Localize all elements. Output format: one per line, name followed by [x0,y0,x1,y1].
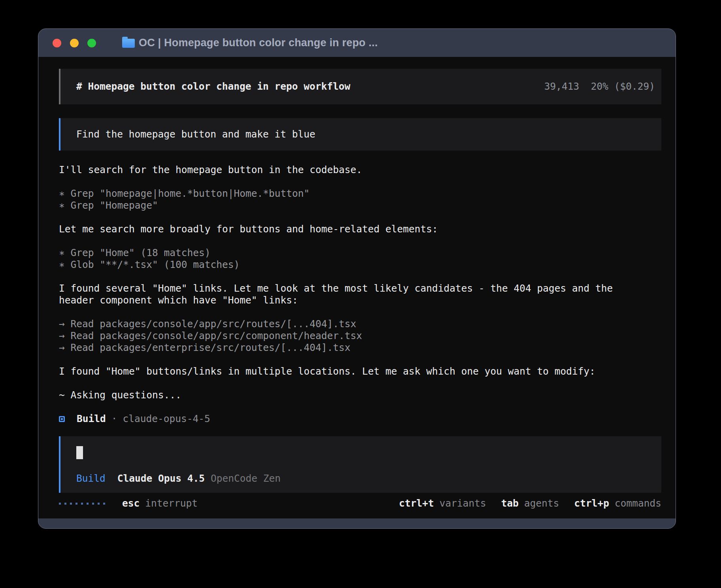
user-message: Find the homepage button and make it blu… [59,118,661,151]
assistant-paragraph: ∗ Grep "Home" (18 matches)∗ Glob "**/*.t… [59,247,661,271]
transcript-line: → Read packages/console/app/src/componen… [59,330,661,342]
input-agent-mode: Build [76,473,106,484]
transcript-line: header component which have "Home" links… [59,294,661,306]
minimize-button[interactable] [70,39,79,47]
agent-model: claude-opus-4-5 [123,413,210,425]
input-provider-name: OpenCode Zen [211,473,281,484]
shortcut-label-interrupt: interrupt [145,498,198,509]
assistant-paragraph: I found several "Home" links. Let me loo… [59,283,661,306]
zoom-button[interactable] [87,39,96,47]
agent-separator: · [111,413,117,425]
folder-icon [122,39,135,48]
assistant-paragraph: I'll search for the homepage button in t… [59,164,661,176]
spinner-dot [81,503,83,505]
spinner-dot [59,503,61,505]
session-title: # Homepage button color change in repo w… [76,81,350,92]
spinner-dot [98,503,100,505]
assistant-paragraph: Let me search more broadly for buttons a… [59,223,661,235]
session-stats: 39,413 20% ($0.29) [544,81,655,92]
assistant-paragraph: ∗ Grep "homepage|home.*button|Home.*butt… [59,188,661,211]
spinner-dot [92,503,94,505]
transcript-line: ∗ Grep "homepage|home.*button|Home.*butt… [59,188,661,200]
text-cursor [76,446,83,459]
transcript-line: I found several "Home" links. Let me loo… [59,283,661,294]
agent-status-line: Build · claude-opus-4-5 [59,413,661,425]
shortcut-label: agents [524,498,559,509]
shortcut-hints: ctrl+tvariantstabagentsctrl+pcommands [399,498,661,509]
shortcut-hint: ctrl+tvariants [399,498,486,509]
spinner-dot [75,503,77,505]
spinner-dot [64,503,66,505]
assistant-paragraph: → Read packages/console/app/src/routes/[… [59,318,661,354]
spinner-dots-icon [59,503,109,505]
status-bar-left: esc interrupt [59,498,198,509]
transcript-line: I found "Home" buttons/links in multiple… [59,366,661,377]
status-bar: esc interrupt ctrl+tvariantstabagentsctr… [59,498,661,509]
close-button[interactable] [53,39,61,47]
transcript-line: → Read packages/console/app/src/routes/[… [59,318,661,330]
window-titlebar[interactable]: OC | Homepage button color change in rep… [38,29,676,57]
spinner-dot [87,503,89,505]
shortcut-label: commands [615,498,661,509]
session-header: # Homepage button color change in repo w… [59,69,661,104]
window-title-group: OC | Homepage button color change in rep… [122,37,378,49]
transcript-line: ∗ Glob "**/*.tsx" (100 matches) [59,259,661,271]
prompt-input[interactable]: Build Claude Opus 4.5 OpenCode Zen [59,436,661,493]
assistant-paragraph: I found "Home" buttons/links in multiple… [59,366,661,377]
agent-name: Build [77,413,106,425]
window-title: OC | Homepage button color change in rep… [139,37,378,49]
shortcut-key: ctrl+p [574,498,609,509]
agent-icon [59,416,65,422]
transcript-line: Let me search more broadly for buttons a… [59,223,661,235]
terminal-window: OC | Homepage button color change in rep… [38,28,676,529]
assistant-paragraph: ~ Asking questions... [59,389,661,401]
transcript-line: I'll search for the homepage button in t… [59,164,661,176]
transcript-line: ∗ Grep "Homepage" [59,200,661,211]
transcript-line: → Read packages/enterprise/src/routes/[.… [59,342,661,354]
spinner-dot [103,503,105,505]
shortcut-key: ctrl+t [399,498,434,509]
terminal-content: # Homepage button color change in repo w… [38,57,676,518]
transcript-line: ~ Asking questions... [59,389,661,401]
input-footer: Build Claude Opus 4.5 OpenCode Zen [76,473,655,484]
shortcut-key-esc: esc [122,498,140,509]
input-model-name: Claude Opus 4.5 [117,473,205,484]
shortcut-key: tab [501,498,519,509]
shortcut-hint: tabagents [501,498,559,509]
shortcut-label: variants [440,498,486,509]
user-message-text: Find the homepage button and make it blu… [76,128,315,140]
spinner-dot [70,503,72,505]
transcript: I'll search for the homepage button in t… [59,164,661,401]
transcript-line: ∗ Grep "Home" (18 matches) [59,247,661,259]
shortcut-hint: ctrl+pcommands [574,498,661,509]
